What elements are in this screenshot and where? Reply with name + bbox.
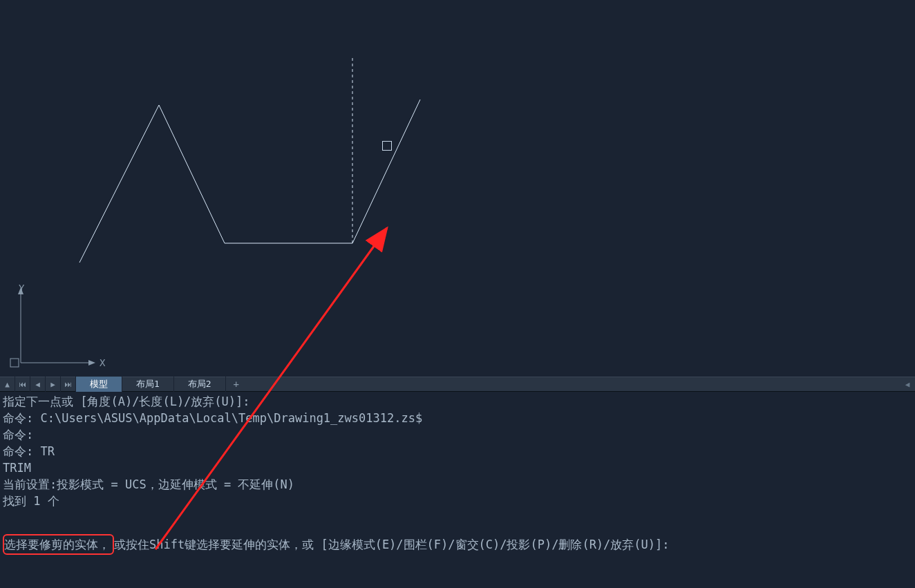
cmd-history-line: TRIM <box>3 459 912 476</box>
svg-text:Y: Y <box>19 283 25 294</box>
layout-tab-bar: ▲ ⏮ ◀ ▶ ⏭ 模型 布局1 布局2 + ◀ <box>0 377 915 392</box>
tab-model[interactable]: 模型 <box>76 377 122 392</box>
cmd-history-line: 命令: C:\Users\ASUS\AppData\Local\Temp\Dra… <box>3 410 912 426</box>
ucs-icon: Y X <box>8 283 109 373</box>
cmd-history-line: 命令: <box>3 426 912 443</box>
prompt-highlighted-text: 选择要修剪的实体， <box>3 534 114 555</box>
svg-rect-8 <box>10 359 19 367</box>
tab-layout1[interactable]: 布局1 <box>122 377 174 392</box>
cmd-history-line: 找到 1 个 <box>3 493 912 509</box>
tab-menu-button[interactable]: ▲ <box>0 377 15 392</box>
cmd-history-line: 命令: TR <box>3 443 912 459</box>
pick-box-cursor <box>382 141 392 151</box>
prompt-rest-text: 或按住Shift键选择要延伸的实体，或 [边缘模式(E)/围栏(F)/窗交(C)… <box>114 538 670 551</box>
tab-layout2[interactable]: 布局2 <box>174 377 226 392</box>
command-panel[interactable]: 指定下一点或 [角度(A)/长度(L)/放弃(U)]: 命令: C:\Users… <box>0 392 915 588</box>
cmd-history-line: 当前设置:投影模式 = UCS，边延伸模式 = 不延伸(N) <box>3 476 912 493</box>
polyline-shape[interactable] <box>79 99 420 263</box>
tab-last-button[interactable]: ⏭ <box>61 377 76 392</box>
tab-next-button[interactable]: ▶ <box>46 377 61 392</box>
command-prompt[interactable]: 选择要修剪的实体，或按住Shift键选择要延伸的实体，或 [边缘模式(E)/围栏… <box>3 534 912 555</box>
cmd-history-line: 指定下一点或 [角度(A)/长度(L)/放弃(U)]: <box>3 393 912 410</box>
svg-text:X: X <box>100 357 106 368</box>
drawing-geometry <box>0 0 915 377</box>
drawing-canvas[interactable]: Y X <box>0 0 915 377</box>
svg-marker-6 <box>88 360 95 366</box>
hscroll-left-button[interactable]: ◀ <box>900 377 915 392</box>
tab-prev-button[interactable]: ◀ <box>30 377 46 392</box>
tab-add-button[interactable]: + <box>226 377 247 392</box>
tab-first-button[interactable]: ⏮ <box>15 377 30 392</box>
